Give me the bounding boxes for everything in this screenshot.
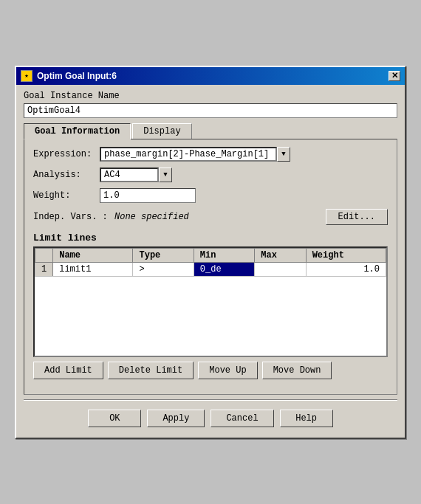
delete-limit-button[interactable]: Delete Limit xyxy=(108,362,194,379)
indep-label: Indep. Vars. : xyxy=(33,212,114,222)
add-limit-button[interactable]: Add Limit xyxy=(33,362,103,379)
table-row[interactable]: 1limit1>0_de1.0 xyxy=(35,262,386,276)
weight-row: Weight: xyxy=(33,188,388,203)
close-button[interactable]: ✕ xyxy=(389,71,400,81)
apply-button[interactable]: Apply xyxy=(147,410,205,427)
cell-max[interactable] xyxy=(255,262,306,276)
cell-name[interactable]: limit1 xyxy=(53,262,133,276)
move-up-button[interactable]: Move Up xyxy=(198,362,257,379)
indep-value: None specified xyxy=(114,212,326,222)
col-min: Min xyxy=(194,248,254,262)
analysis-label: Analysis: xyxy=(33,170,100,180)
edit-button[interactable]: Edit... xyxy=(326,209,388,225)
expression-select[interactable]: phase_margin[2]-Phase_Margin[1] xyxy=(100,147,277,162)
row-num: 1 xyxy=(35,262,53,276)
ok-button[interactable]: OK xyxy=(88,410,141,427)
cell-type[interactable]: > xyxy=(133,262,194,276)
goal-instance-input[interactable] xyxy=(24,103,397,118)
weight-control xyxy=(100,188,388,203)
window-body: Goal Instance Name Goal Information Disp… xyxy=(16,85,405,438)
col-rownum xyxy=(35,248,53,262)
indep-vars-row: Indep. Vars. : None specified Edit... xyxy=(33,209,388,225)
expression-label: Expression: xyxy=(33,149,100,159)
weight-input[interactable] xyxy=(100,188,196,203)
limit-lines-table: Name Type Min Max Weight 1limit1>0_de1.0 xyxy=(35,248,386,277)
col-type: Type xyxy=(133,248,194,262)
limit-lines-body: 1limit1>0_de1.0 xyxy=(35,262,386,276)
window-title: Optim Goal Input:6 xyxy=(37,71,117,81)
analysis-control: AC4 ▼ xyxy=(100,168,388,182)
tabs-bar: Goal Information Display xyxy=(24,122,397,139)
help-button[interactable]: Help xyxy=(280,410,333,427)
cancel-button[interactable]: Cancel xyxy=(210,410,273,427)
limit-buttons: Add Limit Delete Limit Move Up Move Down xyxy=(33,362,388,379)
col-weight: Weight xyxy=(306,248,386,262)
analysis-select-container: AC4 ▼ xyxy=(100,168,172,182)
separator xyxy=(24,399,397,401)
weight-label: Weight: xyxy=(33,190,100,201)
limit-lines-table-container: Name Type Min Max Weight 1limit1>0_de1.0 xyxy=(33,246,388,357)
title-bar-left: ★ Optim Goal Input:6 xyxy=(21,70,117,82)
title-bar: ★ Optim Goal Input:6 ✕ xyxy=(16,67,405,85)
expression-dropdown-arrow[interactable]: ▼ xyxy=(277,147,290,162)
move-down-button[interactable]: Move Down xyxy=(262,362,332,379)
cell-min[interactable]: 0_de xyxy=(194,262,254,276)
limit-lines-title: Limit lines xyxy=(33,232,388,244)
col-name: Name xyxy=(53,248,133,262)
expression-select-container: phase_margin[2]-Phase_Margin[1] ▼ xyxy=(100,147,290,162)
cell-weight[interactable]: 1.0 xyxy=(306,262,386,276)
analysis-row: Analysis: AC4 ▼ xyxy=(33,168,388,182)
tab-content: Expression: phase_margin[2]-Phase_Margin… xyxy=(24,139,397,395)
analysis-dropdown-arrow[interactable]: ▼ xyxy=(159,168,172,182)
tab-display[interactable]: Display xyxy=(132,123,191,139)
dialog-buttons: OK Apply Cancel Help xyxy=(24,405,397,430)
expression-row: Expression: phase_margin[2]-Phase_Margin… xyxy=(33,147,388,162)
window-icon: ★ xyxy=(21,70,32,82)
analysis-select[interactable]: AC4 xyxy=(100,168,159,182)
expression-control: phase_margin[2]-Phase_Margin[1] ▼ xyxy=(100,147,388,162)
table-header-row: Name Type Min Max Weight xyxy=(35,248,386,262)
goal-instance-label: Goal Instance Name xyxy=(24,91,397,101)
tab-goal-information[interactable]: Goal Information xyxy=(24,123,131,139)
main-window: ★ Optim Goal Input:6 ✕ Goal Instance Nam… xyxy=(15,66,406,439)
col-max: Max xyxy=(255,248,306,262)
